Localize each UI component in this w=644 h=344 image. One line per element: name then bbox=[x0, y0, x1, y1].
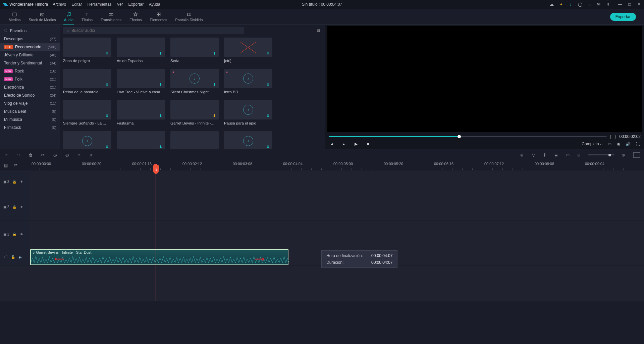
minimize-icon[interactable]: — bbox=[618, 2, 623, 7]
cloud-icon[interactable]: ☁ bbox=[549, 2, 554, 7]
speed-icon[interactable]: ◷ bbox=[52, 152, 58, 158]
download-icon[interactable]: ⬇ bbox=[213, 51, 217, 56]
library-item[interactable]: ⬇As de Espadas bbox=[117, 38, 165, 63]
sidebar-item-mi-musica[interactable]: Mi música(0) bbox=[0, 115, 60, 124]
tab-efectos[interactable]: Efectos bbox=[125, 10, 146, 23]
thumb-icon[interactable]: ▭ bbox=[565, 152, 570, 158]
search-input[interactable] bbox=[71, 28, 241, 33]
library-item[interactable]: ⬇Siempre Soñando - La ... bbox=[63, 100, 111, 125]
grid-view-icon[interactable]: ▦ bbox=[317, 28, 322, 33]
tab-pantalla-dividida[interactable]: Pantalla Dividida bbox=[171, 10, 207, 23]
sidebar-item-descargas[interactable]: Descargas(27) bbox=[0, 35, 60, 43]
crop-icon[interactable]: ◴ bbox=[64, 152, 70, 158]
library-item[interactable]: Cinta Roja bbox=[170, 131, 219, 149]
link-icon[interactable]: ⮂ bbox=[13, 163, 18, 168]
download-icon[interactable]: ⬇ bbox=[159, 82, 164, 87]
stop-icon[interactable]: ■ bbox=[366, 142, 370, 146]
tab-titulos[interactable]: Títulos bbox=[77, 10, 97, 23]
download-icon[interactable]: ⬇ bbox=[266, 145, 271, 149]
download-icon[interactable]: ⬇ bbox=[159, 113, 164, 118]
prev-frame-icon[interactable]: ◂ bbox=[329, 142, 334, 146]
timeline-ruler[interactable]: ▤ ⮂ 00:00:00:0000:00:00:2000:00:01:1600:… bbox=[0, 160, 644, 170]
lock-icon[interactable]: 🔓 bbox=[11, 255, 15, 259]
bracket-right-icon[interactable]: } bbox=[615, 134, 616, 139]
zoom-fit-icon[interactable] bbox=[633, 152, 640, 158]
idea-icon[interactable]: ✦ bbox=[559, 2, 564, 7]
sidebar-item-folk[interactable]: NewFolk(21) bbox=[0, 75, 60, 83]
library-item[interactable]: ⬇Reina de la pasarela bbox=[63, 69, 111, 94]
tab-medios[interactable]: Medios bbox=[5, 10, 24, 23]
download-icon[interactable]: ⬇ bbox=[266, 51, 271, 56]
marker-icon[interactable]: ▽ bbox=[531, 152, 536, 158]
menu-ayuda[interactable]: Ayuda bbox=[149, 2, 160, 7]
sidebar-item-tender[interactable]: Tender y Sentimental(34) bbox=[0, 59, 60, 67]
download-icon[interactable]: ⬇ bbox=[105, 145, 110, 149]
search-box[interactable]: ⌕ bbox=[63, 27, 244, 34]
download-icon[interactable]: ⬇ bbox=[105, 82, 110, 87]
download-icon[interactable]: ⬇ bbox=[213, 82, 217, 87]
library-item[interactable]: ♪⬇Disparo láser bbox=[63, 131, 111, 149]
fullscreen-icon[interactable]: ⛶ bbox=[636, 142, 640, 146]
preview-video[interactable] bbox=[327, 26, 642, 132]
library-item[interactable]: ⬇Low Tree - Vuelve a casa bbox=[117, 69, 165, 94]
download-icon[interactable]: ⬇ bbox=[159, 145, 164, 149]
tab-elementos[interactable]: Elementos bbox=[146, 10, 171, 23]
library-item[interactable]: ⬇Seda bbox=[170, 38, 219, 63]
audio-edit-icon[interactable]: ⫻ bbox=[89, 152, 94, 158]
scrub-bar[interactable] bbox=[329, 136, 607, 137]
next-frame-icon[interactable]: ▸ bbox=[341, 142, 346, 146]
zoom-out-icon[interactable]: ⊖ bbox=[576, 152, 582, 158]
library-item[interactable]: ⬇Fastasma bbox=[117, 100, 165, 125]
video-track-2[interactable]: ▣ 2🔓👁 bbox=[0, 193, 644, 221]
library-item[interactable]: ⬇Garret Bevins - Infinite -... bbox=[170, 100, 219, 125]
mail-icon[interactable]: ✉ bbox=[596, 2, 601, 7]
sidebar-item-favoritos[interactable]: Favoritos bbox=[0, 27, 60, 35]
menu-herramientas[interactable]: Herramientas bbox=[88, 2, 112, 7]
volume-icon[interactable]: 🔊 bbox=[626, 142, 631, 146]
library-item[interactable]: ♪♦⬇Silent Christmas Night bbox=[170, 69, 219, 94]
maximize-icon[interactable]: □ bbox=[627, 2, 632, 7]
audio-track-1[interactable]: ♪ 1🔓🔈 ♪Garret Bevins - Infinite - Star D… bbox=[0, 248, 644, 266]
eye-icon[interactable]: 👁 bbox=[20, 233, 24, 237]
video-track-1[interactable]: ▣ 1🔓👁 bbox=[0, 221, 644, 248]
menu-editar[interactable]: Editar bbox=[71, 2, 82, 7]
record-icon[interactable]: 🎙 bbox=[542, 152, 547, 158]
sidebar-item-recomendado[interactable]: HOTRecomendado(500) bbox=[0, 43, 60, 51]
download-icon[interactable]: ⬇ bbox=[105, 113, 110, 118]
add-track-icon[interactable]: ▤ bbox=[4, 163, 9, 168]
speaker-icon[interactable]: 🔈 bbox=[18, 255, 22, 259]
quality-select[interactable]: Completo ⌵ bbox=[582, 142, 602, 146]
close-icon[interactable]: ✕ bbox=[637, 2, 641, 7]
library-item[interactable]: ♪♦⬇Intro BR bbox=[224, 69, 272, 94]
library-item[interactable]: ♪⬇Pausa para el apio bbox=[224, 100, 272, 125]
library-item[interactable]: ⬇[ctrl] bbox=[224, 38, 272, 63]
bracket-left-icon[interactable]: { bbox=[610, 134, 611, 139]
sidebar-item-rock[interactable]: NewRock(16) bbox=[0, 67, 60, 75]
zoom-in-icon[interactable]: ⊕ bbox=[621, 152, 626, 158]
tab-stock[interactable]: Stock de Medios bbox=[24, 10, 60, 23]
sidebar-item-electronica[interactable]: Electrónica(21) bbox=[0, 83, 60, 91]
zoom-slider[interactable] bbox=[588, 154, 614, 155]
lock-icon[interactable]: 🔓 bbox=[12, 233, 16, 237]
menu-exportar[interactable]: Exportar bbox=[128, 2, 144, 7]
doc-icon[interactable]: ▭ bbox=[587, 2, 592, 7]
menu-ver[interactable]: Ver bbox=[117, 2, 123, 7]
sidebar-item-efecto-sonido[interactable]: Efecto de Sonido(24) bbox=[0, 91, 60, 99]
download-icon[interactable]: ⬇ bbox=[159, 51, 164, 56]
library-item[interactable]: ⬇No lo detengas bbox=[117, 131, 165, 149]
delete-icon[interactable]: 🗑 bbox=[28, 152, 34, 158]
playhead[interactable] bbox=[156, 170, 156, 301]
download-icon[interactable]: ⬇ bbox=[105, 51, 110, 56]
list-icon[interactable]: ≣ bbox=[553, 152, 559, 158]
download-icon[interactable]: ⬇ bbox=[266, 82, 271, 87]
undo-icon[interactable]: ↶ bbox=[4, 152, 9, 158]
tab-transiciones[interactable]: Transiciones bbox=[97, 10, 125, 23]
user-icon[interactable]: ◯ bbox=[578, 2, 582, 7]
eye-icon[interactable]: 👁 bbox=[20, 205, 24, 209]
eye-icon[interactable]: 👁 bbox=[20, 180, 24, 184]
headphone-icon[interactable]: ♪ bbox=[568, 2, 573, 7]
lock-icon[interactable]: 🔓 bbox=[12, 205, 16, 209]
export-button[interactable]: Exportar bbox=[610, 13, 636, 21]
lock-icon[interactable]: 🔓 bbox=[12, 180, 16, 184]
sidebar-item-joven[interactable]: Jóven y Brillante(40) bbox=[0, 51, 60, 59]
